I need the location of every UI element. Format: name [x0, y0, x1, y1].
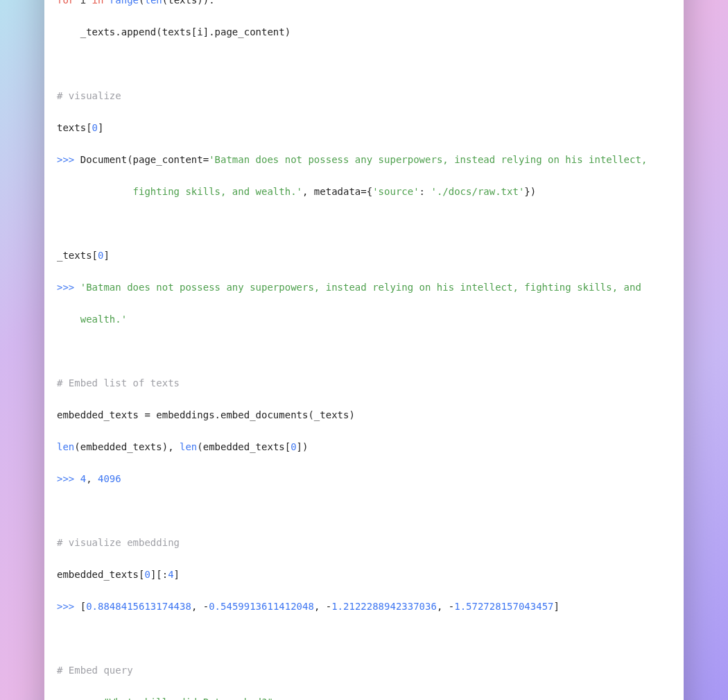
- code-text: ]: [174, 569, 180, 580]
- code-text: ]: [98, 122, 103, 133]
- string-literal: "What skills did Batman had?": [103, 697, 272, 701]
- code-text: embedded_texts = embeddings.embed_docume…: [57, 409, 355, 420]
- number: 0: [144, 569, 150, 580]
- repl-prompt: >>>: [57, 601, 80, 612]
- repl-prompt: >>>: [57, 282, 80, 293]
- code-text: ,: [314, 601, 326, 612]
- code-text: ,: [437, 601, 449, 612]
- string-literal: wealth.': [57, 314, 127, 325]
- comment: # visualize: [57, 90, 121, 101]
- fn-len: len: [144, 0, 162, 6]
- fn-len: len: [57, 441, 74, 452]
- code-text: ,: [191, 601, 203, 612]
- code-text: :: [419, 186, 431, 197]
- string-literal: './docs/raw.txt': [431, 186, 524, 197]
- string-literal: 'source': [372, 186, 419, 197]
- number: 4: [80, 473, 86, 484]
- code-text: -: [326, 601, 331, 612]
- string-literal: 'Batman does not possess any superpowers…: [209, 154, 647, 165]
- code-text: ]): [297, 441, 309, 452]
- number: 4: [168, 569, 173, 580]
- comment: # Embed query: [57, 665, 133, 676]
- number: 1.572728157043457: [454, 601, 553, 612]
- number: 4096: [98, 473, 121, 484]
- keyword-for: for: [57, 0, 74, 6]
- code-text: _texts.append(texts[i].page_content): [57, 26, 291, 37]
- code-text: Document(page_content=: [80, 154, 209, 165]
- repl-prompt: >>>: [57, 154, 80, 165]
- string-literal: fighting skills, and wealth.': [57, 186, 302, 197]
- string-literal: 'Batman does not possess any superpowers…: [80, 282, 641, 293]
- code-text: , metadata={: [302, 186, 372, 197]
- code-text: (embedded_texts[: [197, 441, 291, 452]
- code-text: -: [449, 601, 454, 612]
- number: 0.8848415613174438: [86, 601, 191, 612]
- keyword-in: in: [92, 0, 104, 6]
- code-text: (texts)):: [162, 0, 215, 6]
- number: 1.2122288942337036: [331, 601, 437, 612]
- code-text: texts[: [57, 122, 92, 133]
- comment: # Embed list of texts: [57, 377, 180, 389]
- code-text: (embedded_texts),: [74, 441, 180, 452]
- fn-len: len: [180, 441, 197, 452]
- number: 0.5459913611412048: [209, 601, 314, 612]
- code-text: _texts[: [57, 250, 98, 261]
- fn-range: range: [110, 0, 139, 6]
- repl-prompt: >>>: [57, 473, 80, 484]
- code-text: [103, 0, 109, 6]
- code-text: embedded_texts[: [57, 569, 144, 580]
- code-text: ]: [103, 250, 109, 261]
- code-text: ]: [554, 601, 560, 612]
- number: 0: [92, 122, 98, 133]
- code-window: # Import Deps from langchain.embeddings …: [44, 0, 684, 700]
- code-block: # Import Deps from langchain.embeddings …: [44, 0, 684, 700]
- code-text: ,: [86, 473, 98, 484]
- code-text: i: [74, 0, 92, 6]
- code-text: query =: [57, 697, 103, 701]
- number: 0: [291, 441, 296, 452]
- code-text: [: [80, 601, 86, 612]
- code-text: ][:: [150, 569, 168, 580]
- code-text: }): [524, 186, 536, 197]
- code-text: -: [203, 601, 209, 612]
- comment: # visualize embedding: [57, 537, 180, 548]
